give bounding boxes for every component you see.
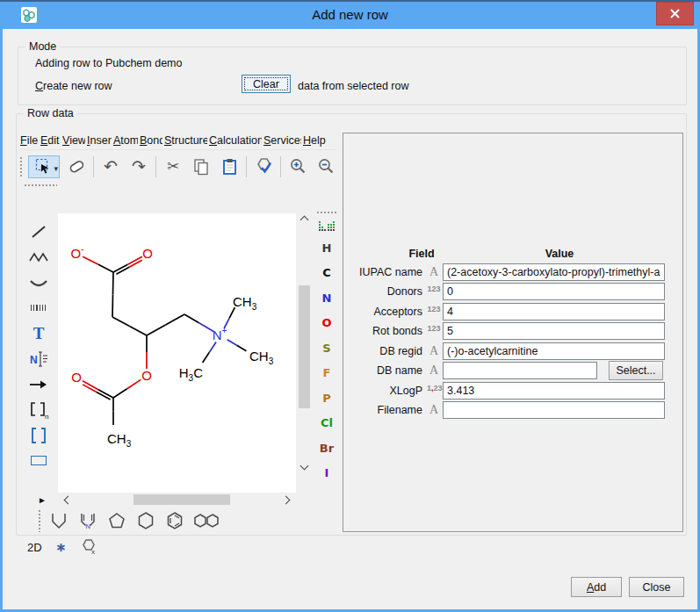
arc-tool[interactable]: [22, 270, 55, 295]
atom-label-tool[interactable]: N: [22, 346, 55, 371]
copy-button[interactable]: [190, 155, 213, 178]
select-db-button[interactable]: Select...: [609, 361, 663, 380]
toolbar-drag-handle[interactable]: [19, 156, 23, 177]
element-toolbar: HCNOSFPClBrI: [315, 211, 338, 486]
field-input-db-regid[interactable]: [443, 342, 665, 360]
element-button-f[interactable]: F: [315, 361, 338, 386]
group-brackets-tool[interactable]: ▾: [22, 422, 55, 448]
atom-label: CH3: [233, 294, 257, 312]
repeat-group-tool[interactable]: n: [22, 397, 55, 422]
dimension-mode-label[interactable]: 2D: [27, 541, 42, 554]
vertical-scroll-thumb[interactable]: [299, 285, 310, 408]
field-input-filename[interactable]: [443, 401, 665, 419]
undo-button[interactable]: ↶: [99, 155, 122, 178]
horizontal-scroll-thumb[interactable]: [134, 494, 230, 505]
hexagon-check-icon: [254, 157, 273, 176]
menu-insert[interactable]: Insert: [87, 134, 112, 147]
bond-tool[interactable]: ▾: [22, 219, 55, 244]
close-button[interactable]: Close: [629, 577, 684, 597]
field-input-xlogp[interactable]: [443, 382, 665, 400]
field-row-acceptors: Acceptors123: [343, 303, 682, 321]
zoom-out-button[interactable]: [314, 155, 337, 178]
structure-canvas[interactable]: O-ON+CH3CH3H3COOCH3: [58, 213, 296, 493]
redo-icon: ↷: [132, 158, 146, 175]
molecule-drawing: O-ON+CH3CH3H3COOCH3: [58, 213, 296, 493]
delete-template-button[interactable]: x: [80, 538, 97, 556]
paste-button[interactable]: [218, 155, 241, 178]
template-toolbar-drag-handle[interactable]: [38, 509, 41, 532]
toolbar-overflow-arrow-icon[interactable]: ►: [38, 495, 47, 505]
select-tool-caret-icon[interactable]: ▾: [54, 165, 58, 173]
chain-tool[interactable]: ▾: [22, 244, 55, 270]
field-type-icon-filename: A: [427, 403, 441, 417]
field-label-rot-bonds: Rot bonds: [372, 325, 422, 337]
editor-footer: 2D ∗ x: [27, 538, 97, 556]
clear-button[interactable]: Clear: [242, 75, 291, 93]
menu-services[interactable]: Services: [263, 134, 301, 147]
element-button-i[interactable]: I: [315, 461, 338, 486]
element-button-h[interactable]: H: [315, 235, 338, 261]
check-structure-button[interactable]: [252, 155, 275, 178]
scroll-right-arrow[interactable]: [282, 496, 291, 505]
element-button-cl[interactable]: Cl: [315, 411, 338, 436]
menu-bond[interactable]: Bond: [140, 134, 162, 147]
toolbar-separator: [246, 156, 247, 177]
toolbar-separator: [280, 156, 281, 177]
periodic-table-button[interactable]: [316, 218, 337, 235]
mode-groupbox: Mode Adding row to Pubchem demo Create n…: [18, 47, 687, 105]
zoom-in-button[interactable]: [286, 155, 309, 178]
text-tool[interactable]: T: [22, 320, 55, 346]
row-data-groupbox: Row data File Edit View Insert Atom Bond…: [16, 113, 687, 536]
element-button-p[interactable]: P: [315, 385, 338, 411]
menu-structure[interactable]: Structure: [164, 134, 207, 147]
field-label-filename: Filename: [378, 404, 422, 416]
menu-help[interactable]: Help: [303, 134, 327, 147]
field-input-iupac-name[interactable]: [443, 263, 665, 281]
template-fused-bicyclic[interactable]: [192, 510, 220, 531]
field-input-rot-bonds[interactable]: [443, 322, 665, 340]
element-button-n[interactable]: N: [315, 285, 338, 311]
field-input-donors[interactable]: [443, 283, 665, 300]
menu-calculations[interactable]: Calculations: [209, 134, 262, 147]
template-cyclohexane[interactable]: [134, 510, 157, 531]
multiple-bond-tool[interactable]: [22, 295, 55, 320]
element-button-br[interactable]: Br: [315, 436, 338, 461]
canvas-vertical-scrollbar: [297, 213, 313, 474]
reaction-arrow-tool[interactable]: ▾: [22, 371, 55, 397]
zoom-in-icon: [289, 157, 307, 176]
clean-wedge-icon[interactable]: ∗: [56, 540, 67, 554]
field-row-filename: FilenameA: [343, 401, 682, 420]
menu-view[interactable]: View: [62, 134, 85, 147]
template-cyclopentadiene[interactable]: [47, 510, 70, 531]
menu-edit[interactable]: Edit: [40, 134, 61, 147]
mode-legend: Mode: [25, 40, 60, 53]
template-cyclopentane[interactable]: [105, 510, 128, 531]
menu-file[interactable]: File: [20, 134, 39, 147]
field-input-acceptors[interactable]: [443, 303, 665, 320]
rectangle-tool[interactable]: ▾: [22, 448, 55, 473]
add-button[interactable]: Add: [571, 577, 622, 597]
cut-button[interactable]: ✂: [162, 155, 184, 178]
element-button-o[interactable]: O: [315, 311, 338, 336]
element-button-c[interactable]: C: [315, 261, 338, 286]
element-toolbar-drag-handle[interactable]: [316, 211, 337, 214]
field-input-db-name[interactable]: [443, 362, 597, 379]
template-benzene[interactable]: [163, 510, 186, 531]
scroll-down-arrow[interactable]: [300, 462, 309, 471]
redo-button[interactable]: ↷: [127, 155, 150, 178]
zoom-out-icon: [317, 157, 336, 176]
text-tool-icon: T: [33, 325, 45, 342]
menu-atom[interactable]: Atom: [113, 134, 138, 147]
toolbar-drag-handle[interactable]: [24, 184, 57, 187]
element-button-s[interactable]: S: [315, 335, 338, 361]
eraser-tool-button[interactable]: [65, 155, 88, 178]
template-pyrrole[interactable]: N: [76, 510, 99, 531]
field-label-acceptors: Acceptors: [373, 306, 422, 318]
field-type-icon-db-name: A: [427, 364, 441, 378]
scroll-up-arrow[interactable]: [300, 216, 309, 225]
field-type-icon-rot-bonds: 123: [427, 324, 441, 333]
scroll-left-arrow[interactable]: [64, 496, 73, 505]
undo-icon: ↶: [104, 158, 118, 175]
select-tool-button[interactable]: ▾: [28, 155, 60, 178]
close-window-button[interactable]: [656, 2, 694, 25]
